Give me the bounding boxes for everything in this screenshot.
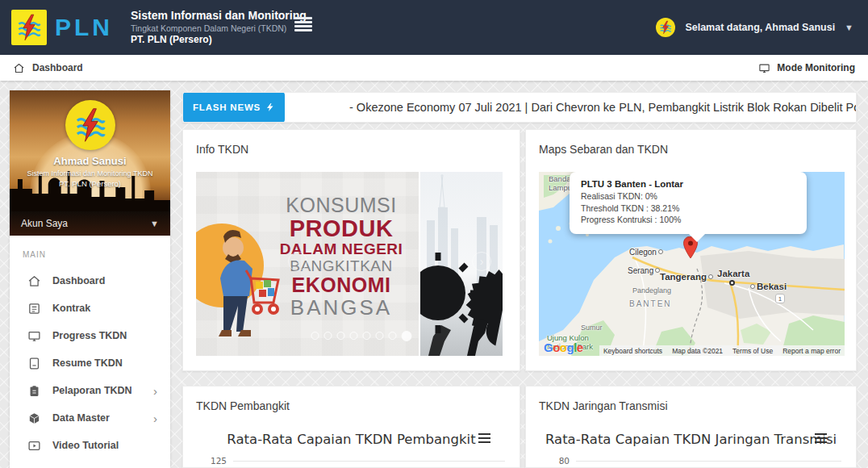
sidebar-item-label: Data Master	[52, 412, 110, 424]
breadcrumb[interactable]: Dashboard	[13, 62, 83, 74]
map-place-label: Bekasi	[749, 282, 787, 291]
sidebar-item-label: Resume TKDN	[52, 357, 123, 369]
mode-monitoring-button[interactable]: Mode Monitoring	[758, 62, 855, 74]
profile-texts: Ahmad Sanusi Sistem Informasi dan Monito…	[10, 155, 170, 188]
chart-context-menu-icon[interactable]	[478, 433, 490, 443]
user-avatar	[656, 18, 675, 37]
breadcrumb-label: Dashboard	[32, 62, 83, 73]
sidebar-item[interactable]: Resume TKDN	[10, 349, 170, 377]
map-attribution-link[interactable]: Terms of Use	[732, 347, 773, 355]
banner-line: BANGSA	[270, 296, 412, 319]
banner-line: KONSUMSI	[270, 194, 412, 216]
app-title: Sistem Informasi dan Monitoring	[131, 9, 307, 23]
carousel-dot[interactable]	[337, 332, 345, 340]
google-logo[interactable]: Google	[544, 341, 583, 354]
sidebar-item-label: Dashboard	[52, 275, 105, 286]
carousel-dot[interactable]	[324, 332, 332, 340]
map-place-label: Tangerang	[660, 272, 715, 282]
sidebar-toggle-icon[interactable]	[294, 17, 312, 31]
sidebar: Ahmad Sanusi Sistem Informasi dan Monito…	[10, 90, 170, 468]
monitor-icon	[27, 329, 41, 343]
pln-logo-icon	[11, 10, 47, 45]
sidebar-item[interactable]: Progress TKDN	[10, 322, 170, 349]
menu-section-label: MAIN	[10, 250, 170, 267]
monitor-icon	[758, 62, 770, 74]
map-place-label: Jakarta	[717, 269, 749, 278]
akun-saya-toggle[interactable]: Akun Saya ▼	[10, 211, 170, 236]
sidebar-item[interactable]: Dashboard	[10, 267, 170, 295]
carousel-dot[interactable]	[311, 332, 319, 340]
sidebar-item[interactable]: Video Tutorial	[10, 432, 170, 459]
akun-saya-label: Akun Saya	[21, 218, 68, 229]
popup-line: Realisasi TKDN: 0%	[581, 190, 795, 203]
bolt-icon	[265, 102, 275, 113]
tkdn-jaringan-transmisi-card: TKDN Jaringan Transmisi Rata-Rata Capaia…	[525, 386, 857, 468]
chart-gridline	[233, 461, 505, 462]
card-title: TKDN Pembangkit	[196, 399, 507, 412]
popup-title: PLTU 3 Banten - Lontar	[581, 179, 795, 189]
map-attribution-link[interactable]: Keyboard shortcuts	[603, 347, 662, 355]
dashboard-page: PLN Sistem Informasi dan Monitoring Ting…	[0, 0, 868, 468]
banner-line: EKONOMI	[270, 274, 412, 296]
carousel-dot[interactable]	[376, 332, 384, 340]
google-map[interactable]: Bandar LampungCilegonSerangTangerangJaka…	[539, 172, 845, 356]
carousel-slide-gears: ›	[420, 172, 503, 356]
carousel-dots	[311, 332, 412, 341]
map-attribution-link[interactable]: Report a map error	[782, 347, 841, 355]
profile-subtitle: Sistem Informasi dan Monitoring TKDN	[10, 169, 170, 178]
sidebar-item[interactable]: Pelaporan TKDN ›	[10, 377, 170, 404]
carousel-dot[interactable]	[363, 332, 371, 340]
map-attribution: Keyboard shortcutsMap data ©2021Terms of…	[599, 345, 845, 356]
app-company: PT. PLN (Persero)	[131, 34, 307, 46]
info-tkdn-title: Info TKDN	[196, 143, 507, 156]
carousel-slide-banner: KONSUMSIPRODUKDALAM NEGERIBANGKITKANEKON…	[196, 172, 419, 356]
sidebar-item-label: Progress TKDN	[52, 330, 127, 341]
carousel-dot[interactable]	[350, 332, 358, 340]
chevron-right-icon: ›	[153, 385, 157, 397]
popup-line: Progress Kontruksi : 100%	[581, 214, 795, 226]
card-title: TKDN Jaringan Transmisi	[539, 399, 843, 412]
flash-news-ticker: FLASH NEWS - Okezone Economy 07 Juli 202…	[182, 92, 857, 123]
welcome-text: Selamat datang, Ahmad Sanusi	[685, 22, 835, 33]
sidebar-item-label: Video Tutorial	[52, 440, 119, 451]
cube-icon	[27, 412, 41, 425]
sidebar-item[interactable]: Data Master ›	[10, 404, 170, 432]
info-carousel[interactable]: KONSUMSIPRODUKDALAM NEGERIBANGKITKANEKON…	[196, 172, 503, 356]
info-tkdn-card: Info TKDN	[182, 129, 520, 371]
sidebar-item[interactable]: Kontrak	[10, 295, 170, 322]
sidebar-item-label: Kontrak	[52, 303, 90, 314]
sidebar-menu: MAIN Dashboard Kontrak Progress TKDN	[10, 236, 170, 459]
y-axis-tick: 80	[539, 456, 570, 466]
chart-title: Rata-Rata Capaian TKDN Jaringan Transmis…	[526, 432, 856, 447]
map-place-label: Sumur	[581, 324, 603, 332]
carousel-dot[interactable]	[389, 332, 397, 340]
chevron-down-icon: ▼	[150, 219, 159, 228]
profile-avatar	[65, 100, 115, 150]
user-menu[interactable]: Selamat datang, Ahmad Sanusi ▼	[656, 0, 853, 55]
map-place-label: Pandeglang	[632, 286, 671, 295]
carousel-arrow-icon[interactable]: ›	[472, 252, 491, 271]
tkdn-pembangkit-card: TKDN Pembangkit Rata-Rata Capaian TKDN P…	[182, 386, 520, 468]
chevron-right-icon: ›	[153, 412, 157, 424]
maps-card: Maps Sebaran dan TKDN	[525, 129, 857, 371]
brand[interactable]: PLN	[0, 10, 113, 45]
map-attribution-link[interactable]: Map data ©2021	[672, 347, 723, 355]
breadcrumb-bar: Dashboard Mode Monitoring	[0, 55, 868, 81]
clipboard-icon	[27, 384, 41, 398]
map-place-label: Cilegon	[629, 248, 665, 257]
popup-line: Threshold TKDN : 38.21%	[581, 203, 795, 215]
home-icon	[27, 274, 41, 288]
sidebar-item-label: Pelaporan TKDN	[52, 385, 132, 396]
profile-company: PT. PLN (Persero)	[10, 179, 170, 188]
carousel-dot[interactable]	[402, 331, 412, 341]
carousel-arrow-icon[interactable]: ›	[288, 252, 307, 271]
app-header: PLN Sistem Informasi dan Monitoring Ting…	[0, 0, 868, 55]
app-subtitle: Tingkat Komponen Dalam Negeri (TKDN)	[131, 23, 307, 34]
maps-title: Maps Sebaran dan TKDN	[539, 143, 843, 156]
mode-monitoring-label: Mode Monitoring	[777, 62, 855, 73]
home-icon	[13, 62, 25, 74]
map-place-label: BANTEN	[629, 299, 672, 308]
chart-context-menu-icon[interactable]	[815, 433, 827, 443]
flash-news-label: FLASH NEWS	[193, 102, 261, 112]
video-icon	[27, 439, 41, 453]
